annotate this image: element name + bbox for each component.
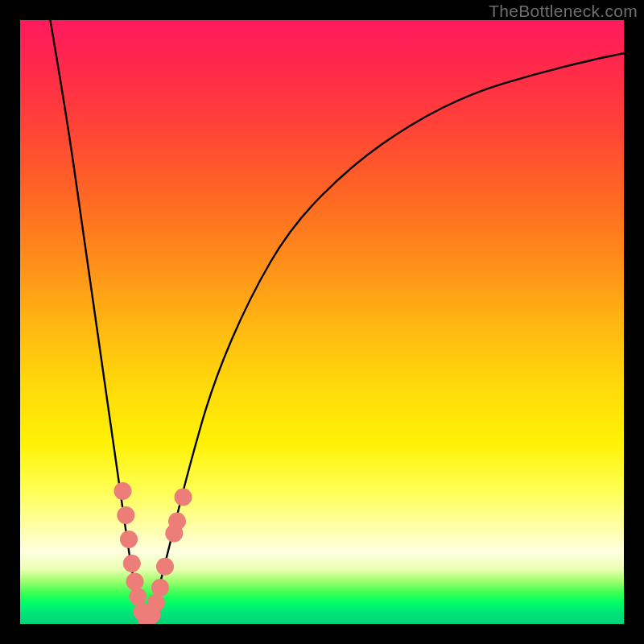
curve-marker — [147, 594, 165, 612]
curve-marker — [123, 555, 141, 572]
curve-marker — [175, 489, 192, 506]
curve-marker — [151, 579, 169, 597]
chart-svg — [20, 20, 624, 624]
chart-frame: TheBottleneck.com — [0, 0, 644, 644]
curve-marker — [168, 513, 186, 530]
curve-marker — [156, 558, 174, 576]
curve-marker — [129, 588, 147, 605]
chart-plot-area — [20, 20, 624, 624]
curve-marker — [114, 482, 132, 500]
watermark-text: TheBottleneck.com — [489, 2, 638, 21]
curve-marker — [126, 573, 144, 591]
curve-marker — [117, 506, 134, 524]
curve-markers — [114, 482, 192, 624]
curve-marker — [120, 530, 138, 548]
bottleneck-curve — [51, 20, 625, 621]
